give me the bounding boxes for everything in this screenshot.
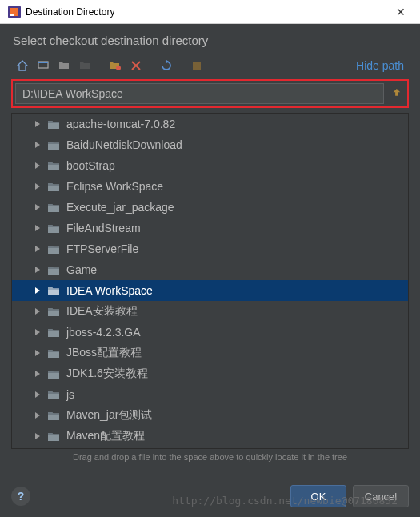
tree-node[interactable]: JDK1.6安装教程 [12, 363, 408, 384]
footer: ? OK Cancel [0, 485, 420, 507]
tree-node-label: Maven配置教程 [66, 429, 145, 443]
close-icon[interactable]: ✕ [385, 6, 417, 18]
tree-node[interactable]: jboss-4.2.3.GA [12, 322, 408, 343]
expand-arrow-icon[interactable] [34, 433, 42, 439]
home-icon[interactable] [13, 57, 32, 74]
folder-icon [47, 222, 60, 234]
svg-rect-4 [38, 62, 48, 63]
folder-icon [47, 389, 60, 400]
tree-node[interactable]: BaiduNetdiskDownload [12, 134, 408, 155]
expand-arrow-icon[interactable] [34, 412, 42, 419]
tree-node-label: IDEA安装教程 [66, 304, 138, 319]
expand-arrow-icon[interactable] [34, 287, 42, 294]
window-title: Destination Directory [26, 6, 385, 18]
tree-node[interactable]: FTPServerFile [12, 238, 408, 259]
tree-node-label: IDEA WorkSpace [66, 284, 153, 297]
expand-arrow-icon[interactable] [34, 267, 42, 273]
expand-arrow-icon[interactable] [34, 391, 42, 398]
folder-icon [47, 347, 60, 359]
tree-node[interactable]: FileAndStream [12, 218, 408, 238]
expand-arrow-icon[interactable] [34, 246, 42, 252]
expand-arrow-icon[interactable] [34, 142, 42, 148]
tree-node-label: js [66, 388, 74, 401]
folder-icon [47, 410, 60, 421]
folder-icon [47, 202, 60, 213]
tree-node-label: FileAndStream [66, 222, 141, 234]
history-icon[interactable] [387, 85, 405, 102]
expand-arrow-icon[interactable] [34, 225, 42, 231]
module-icon[interactable] [75, 57, 94, 74]
expand-arrow-icon[interactable] [34, 204, 42, 210]
subtitle: Select checkout destination directory [0, 24, 420, 55]
tree-node[interactable]: IDEA安装教程 [12, 301, 408, 322]
folder-icon [47, 368, 60, 379]
svg-point-5 [116, 66, 121, 70]
tree-node-label: JBoss配置教程 [66, 346, 142, 360]
path-row [11, 79, 409, 108]
folder-icon [47, 243, 60, 254]
folder-icon [47, 181, 60, 192]
cancel-button[interactable]: Cancel [353, 485, 409, 507]
expand-arrow-icon[interactable] [34, 329, 42, 335]
tree-node-label: Game [66, 263, 97, 276]
desktop-icon[interactable] [34, 57, 53, 74]
tree-node[interactable]: Maven配置教程 [12, 426, 408, 447]
expand-arrow-icon[interactable] [34, 183, 42, 190]
folder-icon [47, 139, 60, 150]
delete-icon[interactable] [126, 57, 146, 74]
show-hidden-icon[interactable] [187, 57, 206, 74]
tree-node[interactable]: IDEA WorkSpace [12, 280, 408, 301]
tree-node[interactable]: Eclipse WorkSpace [12, 176, 408, 197]
tree-node[interactable]: Game [12, 259, 408, 280]
expand-arrow-icon[interactable] [34, 371, 42, 377]
folder-icon [47, 431, 60, 442]
folder-icon [47, 264, 60, 275]
app-icon [8, 6, 21, 18]
folder-icon [47, 118, 60, 130]
toolbar: Hide path [0, 55, 420, 79]
tree-node[interactable]: apache-tomcat-7.0.82 [12, 114, 408, 134]
expand-arrow-icon[interactable] [34, 121, 42, 127]
expand-arrow-icon[interactable] [34, 162, 42, 169]
folder-icon [47, 160, 60, 171]
folder-icon [47, 285, 60, 296]
dialog-body: Select checkout destination directory Hi… [0, 24, 420, 517]
tree-node-label: Execute_jar_package [66, 201, 174, 214]
tree-container: apache-tomcat-7.0.82BaiduNetdiskDownload… [11, 113, 409, 449]
expand-arrow-icon[interactable] [34, 308, 42, 315]
path-input[interactable] [15, 83, 384, 104]
svg-rect-6 [193, 62, 201, 70]
new-folder-icon[interactable] [106, 57, 125, 74]
tree-node-label: bootStrap [66, 159, 115, 172]
ok-button[interactable]: OK [290, 485, 346, 507]
tree-node[interactable]: js [12, 384, 408, 405]
tree-node-label: BaiduNetdiskDownload [66, 138, 182, 151]
expand-arrow-icon[interactable] [34, 350, 42, 356]
tree-node-label: jboss-4.2.3.GA [66, 326, 141, 339]
folder-icon [47, 327, 60, 338]
hide-path-link[interactable]: Hide path [356, 59, 409, 72]
tree-node-label: Eclipse WorkSpace [66, 180, 163, 193]
tree-node[interactable]: bootStrap [12, 155, 408, 176]
tree-node[interactable]: JBoss配置教程 [12, 343, 408, 363]
tree-node-label: JDK1.6安装教程 [66, 367, 148, 381]
help-button[interactable]: ? [11, 487, 30, 506]
svg-rect-2 [10, 14, 14, 16]
tree-node-label: Maven_jar包测试 [66, 408, 152, 423]
tree-node-label: apache-tomcat-7.0.82 [66, 118, 175, 130]
title-bar: Destination Directory ✕ [0, 0, 420, 24]
tree-node[interactable]: Execute_jar_package [12, 197, 408, 218]
hint-text: Drag and drop a file into the space abov… [0, 449, 420, 462]
directory-tree[interactable]: apache-tomcat-7.0.82BaiduNetdiskDownload… [12, 114, 408, 448]
tree-node[interactable]: Maven_jar包测试 [12, 405, 408, 426]
refresh-icon[interactable] [157, 57, 176, 74]
folder-icon [47, 306, 60, 317]
tree-node-label: FTPServerFile [66, 242, 138, 255]
project-icon[interactable] [54, 57, 74, 74]
